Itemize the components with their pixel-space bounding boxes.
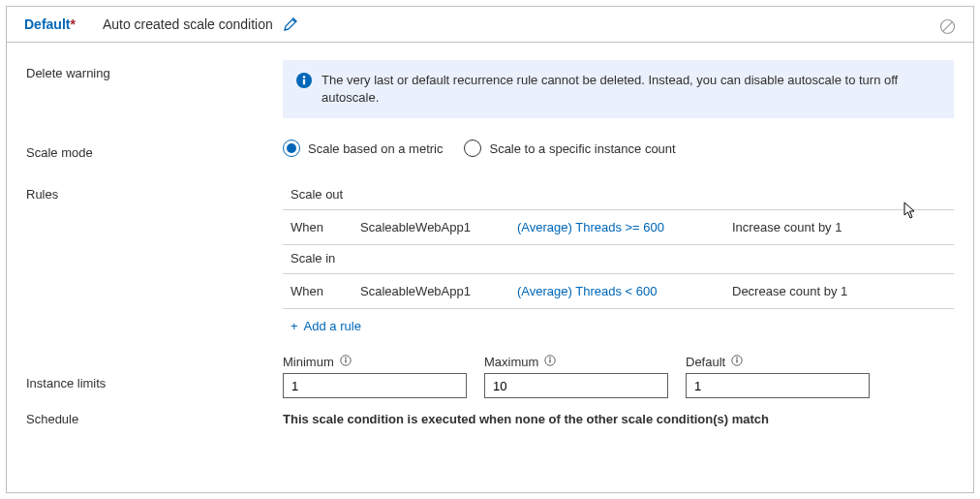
rule-condition-link[interactable]: (Average) Threads >= 600 [517, 220, 732, 234]
svg-point-9 [549, 358, 551, 359]
radio-icon [283, 140, 300, 157]
maximum-input[interactable] [484, 373, 668, 398]
add-rule-label: Add a rule [304, 319, 361, 333]
rule-resource: ScaleableWebApp1 [360, 220, 517, 234]
scale-mode-row: Scale mode Scale based on a metric Scale… [26, 140, 954, 160]
svg-rect-4 [303, 79, 305, 85]
edit-icon[interactable] [283, 16, 298, 32]
instance-limits-row: Instance limits Minimum Maximum [26, 355, 954, 398]
svg-line-1 [943, 22, 953, 32]
info-text: The very last or default recurrence rule… [322, 72, 940, 107]
scale-out-rule-row[interactable]: When ScaleableWebApp1 (Average) Threads … [283, 210, 954, 245]
svg-rect-10 [550, 359, 551, 363]
svg-point-3 [303, 76, 306, 78]
schedule-row: Schedule This scale condition is execute… [26, 412, 954, 426]
default-label: Default [686, 355, 725, 369]
radio-icon [464, 140, 481, 157]
svg-rect-7 [345, 359, 346, 363]
plus-icon: + [291, 319, 298, 333]
minimum-label: Minimum [283, 355, 334, 369]
info-icon[interactable] [544, 355, 556, 369]
panel-header: Default* Auto created scale condition [7, 7, 973, 43]
prohibit-icon[interactable] [939, 18, 956, 38]
maximum-label: Maximum [484, 355, 538, 369]
rule-action: Increase count by 1 [732, 220, 946, 234]
radio-scale-instance-label: Scale to a specific instance count [489, 141, 675, 156]
rule-when: When [291, 284, 360, 298]
panel-title: Default* [24, 16, 76, 32]
rules-row: Rules Scale out When ScaleableWebApp1 (A… [26, 181, 954, 333]
scale-in-rule-row[interactable]: When ScaleableWebApp1 (Average) Threads … [283, 274, 954, 309]
info-icon[interactable] [731, 355, 743, 369]
scale-mode-radiogroup: Scale based on a metric Scale to a speci… [283, 140, 954, 157]
schedule-text: This scale condition is executed when no… [283, 412, 769, 426]
scale-out-header: Scale out [283, 181, 954, 209]
info-banner: The very last or default recurrence rule… [283, 60, 954, 118]
rule-when: When [291, 220, 360, 234]
info-icon[interactable] [340, 355, 352, 369]
maximum-field: Maximum [484, 355, 668, 398]
delete-warning-row: Delete warning The very last or default … [26, 60, 954, 118]
radio-scale-metric-label: Scale based on a metric [308, 141, 443, 156]
instance-limits-label: Instance limits [26, 355, 283, 390]
radio-scale-metric[interactable]: Scale based on a metric [283, 140, 443, 157]
panel-subtitle: Auto created scale condition [103, 16, 273, 32]
radio-scale-instance[interactable]: Scale to a specific instance count [464, 140, 675, 157]
info-icon [296, 73, 312, 93]
schedule-label: Schedule [26, 412, 283, 426]
default-field: Default [686, 355, 870, 398]
rule-condition-link[interactable]: (Average) Threads < 600 [517, 284, 732, 298]
minimum-field: Minimum [283, 355, 467, 398]
rules-label: Rules [26, 181, 283, 202]
default-input[interactable] [686, 373, 870, 398]
rule-resource: ScaleableWebApp1 [360, 284, 517, 298]
scale-mode-label: Scale mode [26, 140, 283, 160]
add-rule-button[interactable]: + Add a rule [283, 309, 369, 333]
required-asterisk: * [70, 16, 75, 32]
scale-in-header: Scale in [283, 245, 954, 273]
rule-action: Decrease count by 1 [732, 284, 946, 298]
svg-rect-13 [737, 359, 738, 363]
delete-warning-label: Delete warning [26, 60, 283, 80]
scale-condition-panel: Default* Auto created scale condition De… [6, 6, 974, 493]
svg-point-12 [736, 358, 738, 359]
svg-point-6 [345, 358, 347, 359]
panel-body: Delete warning The very last or default … [7, 43, 973, 446]
minimum-input[interactable] [283, 373, 467, 398]
